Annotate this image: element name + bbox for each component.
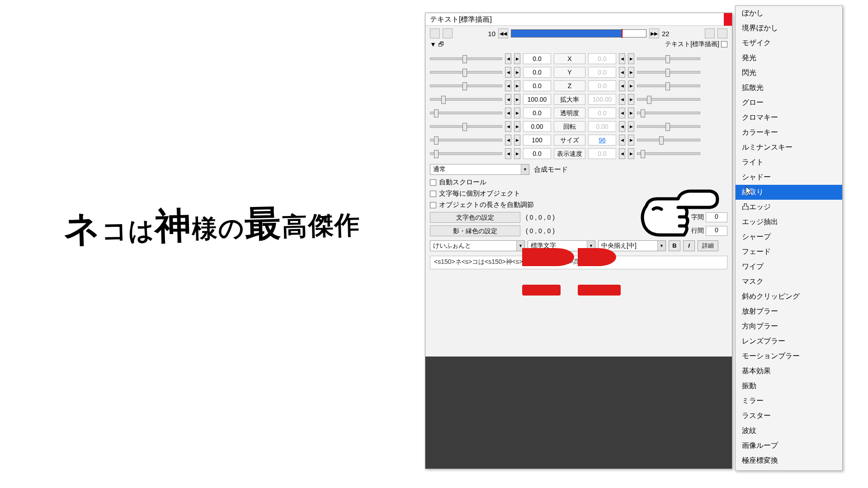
value-right[interactable]: 0.0 (588, 80, 616, 91)
slider-right[interactable] (637, 98, 700, 101)
menu-item[interactable]: カラーキー (736, 125, 842, 140)
text-color-button[interactable]: 文字色の設定 (430, 212, 520, 223)
nudge-left-dec[interactable]: ◀ (505, 80, 511, 91)
nudge-right-inc[interactable]: ▶ (628, 148, 634, 159)
value-right[interactable]: 0.0 (588, 148, 616, 159)
value-right[interactable]: 0.0 (588, 67, 616, 78)
nudge-left-dec[interactable]: ◀ (505, 148, 511, 159)
toolbar-btn-4[interactable] (717, 28, 727, 38)
value-left[interactable]: 0.00 (523, 121, 551, 132)
toolbar-btn-2[interactable] (443, 28, 453, 38)
menu-item[interactable]: ミラー (736, 394, 842, 408)
slider-left[interactable] (430, 152, 502, 155)
checkbox[interactable] (430, 179, 436, 186)
value-left[interactable]: 0.0 (523, 148, 551, 159)
slider-left[interactable] (430, 112, 502, 114)
nudge-right-dec[interactable]: ◀ (619, 67, 625, 78)
nudge-right-inc[interactable]: ▶ (628, 80, 634, 91)
menu-item[interactable]: シャドー (736, 170, 842, 185)
value-right[interactable]: 100.00 (588, 94, 616, 105)
nudge-left-inc[interactable]: ▶ (514, 135, 520, 145)
menu-item[interactable]: 方向ブラー (736, 319, 842, 334)
nudge-left-inc[interactable]: ▶ (514, 67, 520, 78)
value-right[interactable]: 0.0 (588, 53, 616, 64)
slider-left[interactable] (430, 57, 502, 60)
nudge-right-dec[interactable]: ◀ (619, 135, 625, 145)
toolbar-btn-1[interactable] (430, 28, 440, 38)
shadow-color-button[interactable]: 影・縁色の設定 (430, 225, 520, 236)
menu-item[interactable]: シャープ (736, 230, 842, 244)
menu-item[interactable]: クロマキー (736, 110, 842, 125)
nudge-right-dec[interactable]: ◀ (619, 80, 625, 91)
value-right[interactable]: 0.0 (588, 108, 616, 118)
menu-item[interactable]: モザイク (736, 36, 842, 51)
nudge-left-inc[interactable]: ▶ (514, 80, 520, 91)
timeline-cursor[interactable] (622, 29, 623, 38)
checkbox[interactable] (430, 202, 436, 208)
nudge-left-inc[interactable]: ▶ (514, 108, 520, 118)
menu-item[interactable]: マスク (736, 274, 842, 289)
menu-item[interactable]: ラスター (736, 408, 842, 423)
menu-item[interactable]: ぼかし (736, 6, 842, 21)
nudge-right-dec[interactable]: ◀ (619, 53, 625, 64)
menu-item[interactable]: 縁取り (736, 185, 842, 200)
slider-right[interactable] (637, 57, 700, 60)
nudge-left-dec[interactable]: ◀ (505, 135, 511, 145)
slider-left[interactable] (430, 139, 502, 141)
subheader-check[interactable] (721, 41, 727, 47)
nudge-left-dec[interactable]: ◀ (505, 108, 511, 118)
slider-right[interactable] (637, 84, 700, 87)
value-left[interactable]: 0.0 (523, 53, 551, 64)
menu-item[interactable]: 基本効果 (736, 364, 842, 379)
value-left[interactable]: 100 (523, 135, 551, 145)
value-left[interactable]: 0.0 (523, 108, 551, 118)
close-button[interactable] (724, 13, 732, 26)
value-left[interactable]: 0.0 (523, 67, 551, 78)
slider-left[interactable] (430, 84, 502, 87)
menu-item[interactable]: 波紋 (736, 423, 842, 438)
value-right[interactable]: 96 (588, 135, 616, 145)
menu-item[interactable]: グロー (736, 95, 842, 110)
slider-right[interactable] (637, 152, 700, 155)
nudge-right-inc[interactable]: ▶ (628, 108, 634, 118)
nudge-right-dec[interactable]: ◀ (619, 148, 625, 159)
checkbox[interactable] (430, 191, 436, 197)
collapse-toggle[interactable]: ▼ (430, 41, 436, 48)
nudge-right-dec[interactable]: ◀ (619, 108, 625, 118)
menu-item[interactable]: エッジ抽出 (736, 215, 842, 230)
bold-button[interactable]: B (669, 240, 680, 251)
menu-item[interactable]: レンズブラー (736, 334, 842, 349)
menu-item[interactable]: 拡散光 (736, 80, 842, 95)
nudge-left-dec[interactable]: ◀ (505, 121, 511, 132)
timeline-next[interactable]: ▶▶ (649, 28, 659, 38)
slider-right[interactable] (637, 112, 700, 114)
menu-item[interactable]: ライト (736, 155, 842, 170)
nudge-left-inc[interactable]: ▶ (514, 94, 520, 105)
filter-context-menu[interactable]: ぼかし境界ぼかしモザイク発光閃光拡散光グロークロマキーカラーキールミナンスキーラ… (735, 5, 843, 471)
slider-right[interactable] (637, 125, 700, 128)
nudge-left-inc[interactable]: ▶ (514, 53, 520, 64)
value-right[interactable]: 0.00 (588, 121, 616, 132)
menu-item[interactable]: モーションブラー (736, 349, 842, 364)
italic-button[interactable]: I (683, 240, 695, 251)
slider-left[interactable] (430, 98, 502, 101)
menu-item[interactable]: ワイプ (736, 259, 842, 274)
slider-right[interactable] (637, 139, 700, 141)
nudge-left-inc[interactable]: ▶ (514, 121, 520, 132)
nudge-right-inc[interactable]: ▶ (628, 53, 634, 64)
nudge-right-inc[interactable]: ▶ (628, 67, 634, 78)
font-select[interactable]: けいふぉんと▼ (430, 240, 525, 251)
menu-item[interactable]: 斜めクリッピング (736, 289, 842, 304)
timeline-bar[interactable] (511, 29, 646, 38)
nudge-left-dec[interactable]: ◀ (505, 67, 511, 78)
slider-left[interactable] (430, 125, 502, 128)
lock-icon[interactable]: 🗗 (438, 41, 444, 48)
toolbar-btn-3[interactable] (705, 28, 715, 38)
detail-button[interactable]: 詳細 (698, 240, 718, 251)
menu-item[interactable]: ディスプレイスメントマップ (736, 468, 842, 471)
slider-right[interactable] (637, 71, 700, 74)
nudge-left-inc[interactable]: ▶ (514, 148, 520, 159)
menu-item[interactable]: 閃光 (736, 66, 842, 80)
nudge-left-dec[interactable]: ◀ (505, 53, 511, 64)
nudge-right-inc[interactable]: ▶ (628, 135, 634, 145)
